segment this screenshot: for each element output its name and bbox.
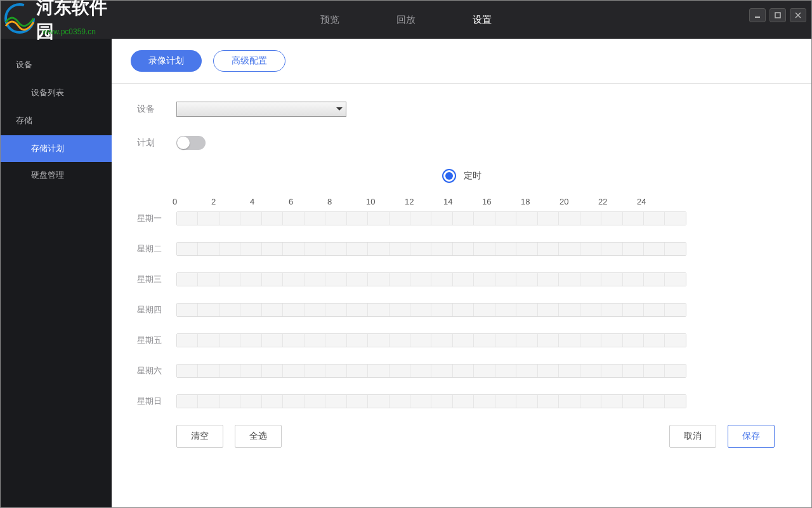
hour-cell[interactable] xyxy=(453,395,474,408)
hour-cell[interactable] xyxy=(325,364,346,377)
hour-cell[interactable] xyxy=(453,273,474,286)
hour-cell[interactable] xyxy=(240,273,261,286)
hour-cell[interactable] xyxy=(390,273,410,286)
hour-cell[interactable] xyxy=(325,212,346,225)
hour-cell[interactable] xyxy=(198,273,219,286)
hour-cell[interactable] xyxy=(304,304,325,316)
hour-cell[interactable] xyxy=(453,364,474,377)
tab-settings[interactable]: 设置 xyxy=(473,14,492,26)
hour-cell[interactable] xyxy=(495,243,516,255)
hour-cell[interactable] xyxy=(516,243,537,255)
sidebar-item-disk-mgmt[interactable]: 硬盘管理 xyxy=(1,162,112,189)
sidebar-cat-devices[interactable]: 设备 xyxy=(1,50,112,79)
hour-cell[interactable] xyxy=(431,364,452,377)
hour-cell[interactable] xyxy=(283,243,304,255)
day-grid[interactable] xyxy=(176,211,686,225)
hour-cell[interactable] xyxy=(368,273,389,286)
hour-cell[interactable] xyxy=(177,334,198,347)
radio-timer[interactable] xyxy=(442,169,456,183)
hour-cell[interactable] xyxy=(453,243,474,255)
hour-cell[interactable] xyxy=(198,364,219,377)
hour-cell[interactable] xyxy=(474,243,495,255)
sidebar-item-storage-plan[interactable]: 存储计划 xyxy=(1,135,112,162)
day-grid[interactable] xyxy=(176,242,686,256)
hour-cell[interactable] xyxy=(198,395,219,408)
hour-cell[interactable] xyxy=(262,243,283,255)
hour-cell[interactable] xyxy=(516,364,537,377)
hour-cell[interactable] xyxy=(219,334,240,347)
hour-cell[interactable] xyxy=(665,212,685,225)
hour-cell[interactable] xyxy=(283,212,304,225)
tab-replay[interactable]: 回放 xyxy=(396,14,416,26)
hour-cell[interactable] xyxy=(601,273,622,286)
day-grid[interactable] xyxy=(176,394,686,408)
hour-cell[interactable] xyxy=(283,334,304,347)
hour-cell[interactable] xyxy=(283,395,304,408)
hour-cell[interactable] xyxy=(644,304,665,316)
hour-cell[interactable] xyxy=(516,395,537,408)
hour-cell[interactable] xyxy=(219,212,240,225)
day-grid[interactable] xyxy=(176,333,686,347)
hour-cell[interactable] xyxy=(516,304,537,316)
hour-cell[interactable] xyxy=(538,273,559,286)
hour-cell[interactable] xyxy=(283,364,304,377)
hour-cell[interactable] xyxy=(368,304,389,316)
hour-cell[interactable] xyxy=(644,212,665,225)
hour-cell[interactable] xyxy=(495,364,516,377)
hour-cell[interactable] xyxy=(410,304,431,316)
hour-cell[interactable] xyxy=(580,334,601,347)
hour-cell[interactable] xyxy=(177,364,198,377)
hour-cell[interactable] xyxy=(240,395,261,408)
hour-cell[interactable] xyxy=(623,395,644,408)
hour-cell[interactable] xyxy=(431,395,452,408)
hour-cell[interactable] xyxy=(623,243,644,255)
hour-cell[interactable] xyxy=(198,304,219,316)
minimize-button[interactable] xyxy=(749,8,766,22)
hour-cell[interactable] xyxy=(474,364,495,377)
select-all-button[interactable]: 全选 xyxy=(235,425,282,448)
hour-cell[interactable] xyxy=(262,273,283,286)
hour-cell[interactable] xyxy=(538,243,559,255)
hour-cell[interactable] xyxy=(177,243,198,255)
hour-cell[interactable] xyxy=(665,273,685,286)
sidebar-cat-storage[interactable]: 存储 xyxy=(1,106,112,135)
hour-cell[interactable] xyxy=(495,212,516,225)
hour-cell[interactable] xyxy=(601,395,622,408)
hour-cell[interactable] xyxy=(325,304,346,316)
hour-cell[interactable] xyxy=(240,212,261,225)
close-button[interactable] xyxy=(790,8,806,22)
hour-cell[interactable] xyxy=(304,395,325,408)
hour-cell[interactable] xyxy=(219,395,240,408)
hour-cell[interactable] xyxy=(516,334,537,347)
hour-cell[interactable] xyxy=(644,395,665,408)
hour-cell[interactable] xyxy=(538,395,559,408)
hour-cell[interactable] xyxy=(368,334,389,347)
hour-cell[interactable] xyxy=(559,212,580,225)
hour-cell[interactable] xyxy=(623,334,644,347)
hour-cell[interactable] xyxy=(495,334,516,347)
hour-cell[interactable] xyxy=(453,334,474,347)
hour-cell[interactable] xyxy=(431,334,452,347)
cancel-button[interactable]: 取消 xyxy=(669,425,716,448)
hour-cell[interactable] xyxy=(410,395,431,408)
clear-button[interactable]: 清空 xyxy=(176,425,223,448)
hour-cell[interactable] xyxy=(601,364,622,377)
hour-cell[interactable] xyxy=(623,273,644,286)
hour-cell[interactable] xyxy=(347,304,368,316)
hour-cell[interactable] xyxy=(304,273,325,286)
hour-cell[interactable] xyxy=(559,243,580,255)
hour-cell[interactable] xyxy=(644,273,665,286)
hour-cell[interactable] xyxy=(390,243,410,255)
hour-cell[interactable] xyxy=(665,304,685,316)
hour-cell[interactable] xyxy=(410,243,431,255)
hour-cell[interactable] xyxy=(177,395,198,408)
hour-cell[interactable] xyxy=(665,395,685,408)
hour-cell[interactable] xyxy=(368,212,389,225)
hour-cell[interactable] xyxy=(283,273,304,286)
hour-cell[interactable] xyxy=(431,212,452,225)
hour-cell[interactable] xyxy=(474,334,495,347)
hour-cell[interactable] xyxy=(219,304,240,316)
hour-cell[interactable] xyxy=(177,304,198,316)
hour-cell[interactable] xyxy=(410,334,431,347)
hour-cell[interactable] xyxy=(580,395,601,408)
